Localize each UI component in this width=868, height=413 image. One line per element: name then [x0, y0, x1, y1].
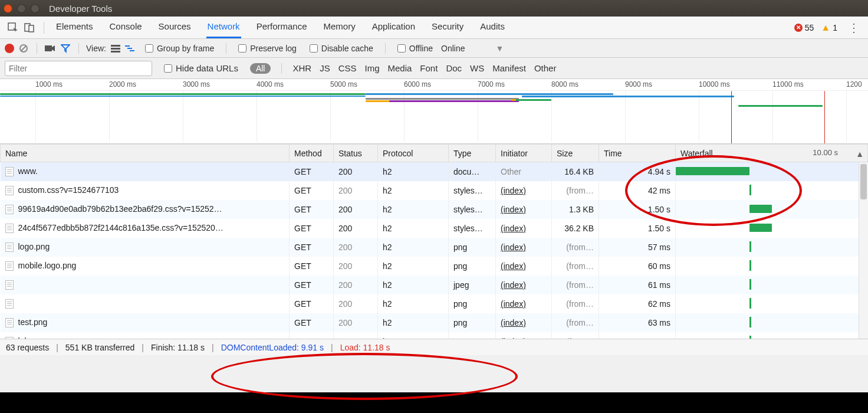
filter-type-all[interactable]: All	[250, 63, 271, 74]
tab-network[interactable]: Network	[206, 17, 241, 38]
svg-rect-2	[29, 25, 34, 32]
filter-type-img[interactable]: Img	[364, 63, 379, 73]
table-row[interactable]: 99619a4d90e0adb79b62b13ee2ba6f29.css?v=1…	[1, 200, 868, 219]
request-time: 1.50 s	[599, 219, 676, 238]
hide-data-urls-checkbox[interactable]: Hide data URLs	[164, 63, 238, 73]
timeline-tick: 2000 ms	[109, 80, 136, 88]
tab-console[interactable]: Console	[108, 17, 143, 38]
request-status: 200	[334, 162, 378, 181]
svg-line-4	[21, 46, 26, 51]
request-name: test.png	[18, 317, 48, 327]
column-header-protocol[interactable]: Protocol	[378, 145, 449, 162]
request-protocol: h2	[378, 162, 449, 181]
request-method: GET	[290, 181, 334, 200]
request-status: 200	[334, 313, 378, 332]
request-initiator: (index)	[496, 200, 552, 219]
window-maximize-button[interactable]	[31, 4, 40, 13]
svg-rect-9	[125, 45, 130, 47]
window-titlebar: Developer Tools	[0, 0, 868, 17]
inspect-element-icon[interactable]	[5, 19, 21, 36]
column-header-waterfall[interactable]: Waterfall10.00 s▲	[676, 145, 868, 162]
table-row[interactable]: test.pngGET200h2png(index)(from…63 ms	[1, 313, 868, 332]
filter-type-xhr[interactable]: XHR	[292, 63, 311, 73]
timeline-bar	[511, 99, 516, 101]
group-by-frame-checkbox[interactable]: Group by frame	[145, 44, 214, 53]
filter-type-font[interactable]: Font	[420, 63, 438, 73]
clear-icon[interactable]	[18, 42, 29, 54]
timeline-bar	[366, 93, 519, 95]
column-header-type[interactable]: Type	[449, 145, 496, 162]
filter-type-doc[interactable]: Doc	[446, 63, 462, 73]
request-protocol: h2	[378, 238, 449, 257]
network-toolbar: View: Group by frame Preserve log Disabl…	[0, 39, 868, 58]
throttling-dropdown[interactable]: Online▼	[441, 44, 504, 53]
tab-elements[interactable]: Elements	[55, 17, 94, 38]
large-rows-icon[interactable]	[110, 42, 121, 54]
more-menu-icon[interactable]: ⋮	[844, 21, 863, 35]
timeline-body	[0, 92, 868, 139]
filter-type-js[interactable]: JS	[320, 63, 330, 73]
request-name: www.	[18, 166, 38, 176]
table-row[interactable]: GET200h2png(index)(from…62 ms	[1, 294, 868, 313]
timeline-overview[interactable]: 1000 ms2000 ms3000 ms4000 ms5000 ms6000 …	[0, 79, 868, 144]
tab-memory[interactable]: Memory	[323, 17, 357, 38]
camera-icon[interactable]	[44, 42, 56, 54]
timeline-bar	[522, 96, 734, 97]
request-method: GET	[290, 276, 334, 294]
filter-type-other[interactable]: Other	[534, 63, 557, 73]
window-minimize-button[interactable]	[17, 4, 26, 13]
device-toolbar-icon[interactable]	[21, 19, 38, 36]
svg-rect-7	[111, 48, 120, 50]
tab-application[interactable]: Application	[371, 17, 416, 38]
filter-icon[interactable]	[60, 42, 71, 54]
error-count-badge[interactable]: ✕ 55	[794, 23, 814, 32]
filter-type-media[interactable]: Media	[388, 63, 412, 73]
filter-type-css[interactable]: CSS	[338, 63, 357, 73]
request-time: 1.50 s	[599, 200, 676, 219]
vertical-scrollbar[interactable]	[859, 163, 868, 339]
filter-type-ws[interactable]: WS	[470, 63, 484, 73]
timeline-tick: 4000 ms	[257, 80, 284, 88]
request-protocol: h2	[378, 219, 449, 238]
load-marker	[824, 91, 825, 144]
separator	[281, 63, 282, 74]
table-row[interactable]: logo.pngGET200h2png(index)(from…57 ms	[1, 238, 868, 257]
column-header-time[interactable]: Time	[599, 145, 676, 162]
overview-icon[interactable]	[125, 42, 137, 54]
table-row[interactable]: www.GET200h2docu…Other16.4 KB4.94 s	[1, 162, 868, 181]
warning-count-badge[interactable]: ▲ 1	[821, 22, 837, 33]
tab-performance[interactable]: Performance	[255, 17, 308, 38]
disable-cache-checkbox[interactable]: Disable cache	[310, 44, 373, 53]
preserve-log-checkbox[interactable]: Preserve log	[238, 44, 297, 53]
request-method: GET	[290, 162, 334, 181]
table-row[interactable]: custom.css?v=1524677103GET200h2styles…(i…	[1, 181, 868, 200]
table-row[interactable]: 24c4f5677edbb5b872f2144c816a135e.css?v=1…	[1, 219, 868, 238]
svg-rect-6	[111, 45, 120, 47]
tab-sources[interactable]: Sources	[157, 17, 192, 38]
waterfall-bar	[749, 298, 751, 309]
column-header-status[interactable]: Status	[334, 145, 378, 162]
error-count: 55	[805, 23, 814, 32]
scrollbar-thumb[interactable]	[860, 164, 867, 199]
column-header-size[interactable]: Size	[552, 145, 599, 162]
file-icon	[5, 318, 14, 327]
waterfall-bar	[749, 336, 751, 339]
filter-input[interactable]	[5, 61, 152, 76]
filter-type-manifest[interactable]: Manifest	[492, 63, 526, 73]
network-table-wrap: NameMethodStatusProtocolTypeInitiatorSiz…	[0, 144, 868, 339]
table-row[interactable]: GET200h2jpeg(index)(from…61 ms	[1, 276, 868, 294]
tab-audits[interactable]: Audits	[479, 17, 506, 38]
column-header-name[interactable]: Name	[1, 145, 290, 162]
offline-checkbox[interactable]: Offline	[397, 44, 433, 53]
tab-security[interactable]: Security	[430, 17, 465, 38]
timeline-bar	[0, 96, 366, 97]
table-row[interactable]: mobile.logo.pngGET200h2png(index)(from…6…	[1, 257, 868, 276]
request-type: jpeg	[449, 276, 496, 294]
column-header-initiator[interactable]: Initiator	[496, 145, 552, 162]
column-header-method[interactable]: Method	[290, 145, 334, 162]
table-row[interactable]: lab.pngGET200h2png(index)(from…63 ms	[1, 332, 868, 339]
record-button[interactable]	[5, 44, 14, 53]
window-close-button[interactable]	[4, 4, 12, 13]
request-waterfall	[676, 276, 868, 294]
timeline-tick: 10000 ms	[699, 80, 730, 88]
